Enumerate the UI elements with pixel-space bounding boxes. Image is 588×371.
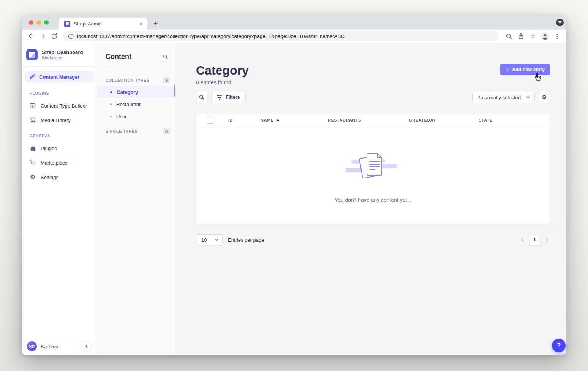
table-search-button[interactable] [196,92,207,103]
table-header-row: ID NAME RESTAURANTS CREATEDAT STATE [196,113,550,127]
sidebar-item-plugins[interactable]: Plugins [22,141,97,155]
brand-subtitle: Workplace [42,55,83,60]
filter-toolbar: Filters 4 currently selected ⚙ [196,92,550,103]
sidebar-collapse-button[interactable] [82,341,92,351]
back-button[interactable] [26,31,36,41]
sidebar-item-label: Plugins [41,146,57,151]
fields-selected-dropdown[interactable]: 4 currently selected [472,92,535,103]
sidebar-section-plugins: PLUGINS [30,91,97,95]
site-info-icon[interactable] [68,33,74,39]
subnav-item-label: Category [117,89,138,95]
page-number-button[interactable]: 1 [530,235,540,245]
column-header-name[interactable]: NAME [255,118,322,122]
share-icon[interactable] [515,31,526,41]
subnav-item-restaurant[interactable]: Restaurant [97,98,176,110]
window-controls [29,20,49,25]
filters-label: Filters [226,95,240,100]
column-header-state[interactable]: STATE [473,118,550,122]
sidebar-item-marketplace[interactable]: Marketplace [22,155,97,170]
pagination-bar: 10 Entries per page 1 [196,234,550,246]
bookmark-star-icon[interactable]: ☆ [528,31,538,41]
window-close-button[interactable] [29,20,33,25]
reload-button[interactable] [49,31,59,41]
subnav-item-label: User [116,114,126,119]
forward-button[interactable] [38,31,47,41]
entries-per-page-label: Entries per page [228,237,264,243]
next-page-button[interactable] [544,237,550,243]
sidebar-item-label: Content-Type Builder [41,103,87,109]
sidebar-item-media-library[interactable]: Media Library [22,113,97,127]
sidebar-item-label: Media Library [41,117,71,123]
collection-types-label: COLLECTION TYPES [106,78,149,82]
sidebar-item-label: Settings [41,174,58,180]
sidebar-item-content-type-builder[interactable]: Content-Type Builder [22,98,97,113]
empty-documents-illustration [345,148,401,186]
workspace-brand[interactable]: Strapi Dashboard Workplace [22,49,97,61]
chevron-down-icon [215,239,218,241]
plugins-nav-list: Content-Type Builder Media Library [22,98,97,127]
single-types-label: SINGLE TYPES [106,129,138,133]
window-minimize-button[interactable] [36,20,41,25]
puzzle-icon [29,145,36,152]
browser-tab[interactable]: Strapi Admin × [59,18,147,30]
tab-close-icon[interactable]: × [139,21,144,27]
help-button[interactable]: ? [552,339,566,352]
tab-title: Strapi Admin [74,21,139,27]
image-icon [29,117,36,123]
page-size-select[interactable]: 10 [196,234,223,246]
zoom-out-icon[interactable] [503,31,514,41]
column-header-restaurants[interactable]: RESTAURANTS [322,118,404,122]
page-size-value: 10 [201,237,207,243]
plus-icon: + [506,67,509,73]
profile-avatar-icon[interactable] [540,31,550,41]
desktop-background: Strapi Admin × + localhost:1337/admin/co… [0,0,588,371]
window-zoom-button[interactable] [44,20,49,25]
sort-asc-icon [276,119,280,121]
select-all-checkbox[interactable] [207,117,213,124]
main-sidebar: Strapi Dashboard Workplace Content Manag… [22,43,97,355]
bullet-icon [110,116,112,117]
collection-types-count-badge: 3 [163,77,170,83]
add-new-entry-label: Add new entry [512,67,545,72]
single-types-header: SINGLE TYPES 0 [97,128,176,134]
collection-types-list: Category Restaurant User [97,86,176,122]
entries-table: ID NAME RESTAURANTS CREATEDAT STATE [196,113,550,224]
subnav-item-label: Restaurant [116,101,141,107]
subnav-divider [106,68,115,68]
sidebar-item-settings[interactable]: ⚙ Settings [22,170,97,184]
sidebar-section-general: GENERAL [30,133,97,138]
address-bar[interactable]: localhost:1337/admin/content-manager/col… [63,31,499,41]
search-icon [163,54,168,59]
filter-icon [217,95,222,100]
empty-state: You don't have any content yet... [196,127,550,224]
content-subnav: Content COLLECTION TYPES 3 Category [97,43,176,355]
chevron-down-icon [526,96,530,98]
column-header-createdat[interactable]: CREATEDAT [404,118,473,122]
empty-state-text: You don't have any content yet... [335,197,411,203]
subnav-search-button[interactable] [160,52,170,62]
subnav-scrollbar[interactable] [174,84,175,97]
filters-button[interactable]: Filters [211,92,246,103]
subnav-item-user[interactable]: User [97,111,176,122]
view-settings-button[interactable]: ⚙ [539,92,550,103]
previous-page-button[interactable] [519,237,525,243]
browser-menu-icon[interactable]: ⋮ [552,31,563,41]
page-title: Category [196,63,249,78]
browser-indicator-icon[interactable] [556,19,564,26]
collection-types-header: COLLECTION TYPES 3 [97,77,176,83]
gear-icon: ⚙ [542,94,547,101]
subnav-item-category[interactable]: Category [97,86,176,98]
column-header-id[interactable]: ID [223,118,255,122]
edit-pen-icon [29,74,35,80]
sidebar-item-label: Marketplace [41,160,68,166]
sidebar-divider [22,66,97,67]
sidebar-item-label: Content Manager [39,74,79,80]
user-avatar[interactable]: KD [27,341,37,351]
add-new-entry-button[interactable]: + Add new entry [500,64,550,75]
chevron-right-icon [545,238,548,242]
new-tab-button[interactable]: + [153,19,158,28]
sidebar-item-content-manager[interactable]: Content Manager [25,71,94,82]
brand-title: Strapi Dashboard [42,49,83,55]
browser-toolbar: localhost:1337/admin/content-manager/col… [22,30,566,43]
strapi-favicon-icon [64,21,70,27]
